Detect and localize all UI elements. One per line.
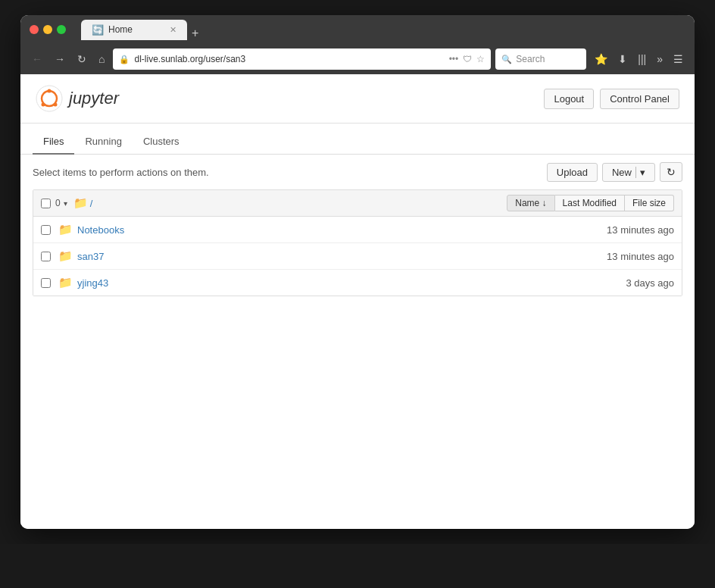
sort-name-button[interactable]: Name ↓ bbox=[507, 195, 554, 211]
folder-icon: 📁 bbox=[73, 196, 88, 210]
forward-button[interactable]: → bbox=[51, 50, 69, 68]
svg-point-1 bbox=[48, 89, 52, 93]
count-dropdown-arrow[interactable]: ▾ bbox=[64, 199, 67, 208]
title-bar: 🔄 Home ✕ + bbox=[20, 15, 695, 44]
search-icon: 🔍 bbox=[501, 55, 512, 64]
logout-button[interactable]: Logout bbox=[544, 89, 594, 109]
tab-files[interactable]: Files bbox=[33, 130, 74, 155]
tab-close-button[interactable]: ✕ bbox=[170, 25, 176, 35]
table-row: 📁 yjing43 3 days ago bbox=[33, 270, 682, 296]
file-name-notebooks[interactable]: Notebooks bbox=[77, 224, 560, 236]
search-bar[interactable]: 🔍 Search bbox=[495, 48, 586, 70]
folder-icon-notebooks: 📁 bbox=[58, 223, 73, 236]
reload-button[interactable]: ↻ bbox=[73, 50, 90, 68]
select-all-checkbox[interactable] bbox=[41, 199, 51, 208]
row-checkbox-san37[interactable] bbox=[41, 252, 51, 261]
menu-icon[interactable]: ☰ bbox=[670, 51, 687, 67]
upload-button[interactable]: Upload bbox=[547, 163, 598, 182]
library-icon[interactable]: ||| bbox=[634, 51, 650, 67]
svg-point-3 bbox=[54, 103, 58, 107]
control-panel-button[interactable]: Control Panel bbox=[600, 89, 679, 109]
back-button[interactable]: ← bbox=[28, 50, 46, 68]
folder-icon-san37: 📁 bbox=[58, 249, 73, 263]
tab-clusters[interactable]: Clusters bbox=[133, 130, 190, 155]
list-header: 0 ▾ 📁 / Name ↓ Last Modified File size bbox=[33, 190, 682, 217]
bookmark-icon[interactable]: ☆ bbox=[476, 54, 485, 64]
sort-file-size-button[interactable]: File size bbox=[625, 195, 674, 211]
table-row: 📁 san37 13 minutes ago bbox=[33, 243, 682, 270]
breadcrumb[interactable]: 📁 / bbox=[73, 196, 93, 210]
minimize-button[interactable] bbox=[43, 25, 52, 34]
refresh-button[interactable]: ↻ bbox=[660, 162, 682, 182]
new-dropdown-arrow[interactable]: ▾ bbox=[635, 167, 645, 178]
tab-running[interactable]: Running bbox=[74, 130, 132, 155]
app-name: jupyter bbox=[69, 89, 119, 108]
file-modified-notebooks: 13 minutes ago bbox=[560, 224, 674, 236]
more-tools-icon[interactable]: » bbox=[653, 51, 667, 67]
address-text: dl-live.sunlab.org/user/san3 bbox=[134, 54, 444, 64]
file-tabs: Files Running Clusters bbox=[20, 124, 695, 155]
security-icon: 🔒 bbox=[119, 55, 130, 64]
row-checkbox-notebooks[interactable] bbox=[41, 225, 51, 235]
jupyter-logo: jupyter bbox=[36, 85, 119, 112]
toolbar-actions: Upload New ▾ ↻ bbox=[547, 162, 682, 182]
tab-favicon: 🔄 bbox=[92, 24, 104, 36]
browser-window: 🔄 Home ✕ + ← → ↻ ⌂ 🔒 dl-live.sunlab.org/… bbox=[20, 15, 695, 529]
row-checkbox-yjing43[interactable] bbox=[41, 278, 51, 288]
file-toolbar: Select items to perform actions on them.… bbox=[20, 155, 695, 189]
nav-bar: ← → ↻ ⌂ 🔒 dl-live.sunlab.org/user/san3 •… bbox=[20, 44, 695, 74]
new-tab-button[interactable]: + bbox=[192, 27, 198, 40]
shield-icon[interactable]: 🛡 bbox=[463, 54, 472, 64]
folder-icon-yjing43: 📁 bbox=[58, 276, 73, 289]
jupyter-logo-svg bbox=[36, 85, 63, 112]
active-tab[interactable]: 🔄 Home ✕ bbox=[81, 20, 187, 40]
close-button[interactable] bbox=[30, 25, 39, 34]
jupyter-header: jupyter Logout Control Panel bbox=[20, 74, 695, 124]
file-modified-san37: 13 minutes ago bbox=[560, 251, 674, 262]
maximize-button[interactable] bbox=[57, 25, 66, 34]
nav-icon-group: ⭐ ⬇ ||| » ☰ bbox=[591, 51, 687, 67]
new-button-group: New ▾ bbox=[602, 163, 655, 182]
tab-title: Home bbox=[108, 24, 133, 35]
selected-count: 0 bbox=[55, 198, 61, 208]
page-content: jupyter Logout Control Panel Files Runni… bbox=[20, 74, 695, 529]
browser-tabs: 🔄 Home ✕ + bbox=[81, 20, 685, 40]
toolbar-info: Select items to perform actions on them. bbox=[33, 167, 209, 178]
table-row: 📁 Notebooks 13 minutes ago bbox=[33, 217, 682, 243]
svg-point-2 bbox=[42, 103, 45, 107]
new-button[interactable]: New ▾ bbox=[602, 163, 655, 182]
downloads-icon[interactable]: ⬇ bbox=[614, 51, 631, 67]
address-more-icon[interactable]: ••• bbox=[449, 54, 459, 64]
home-button[interactable]: ⌂ bbox=[95, 50, 108, 68]
address-bar[interactable]: 🔒 dl-live.sunlab.org/user/san3 ••• 🛡 ☆ bbox=[113, 48, 491, 70]
extensions-icon[interactable]: ⭐ bbox=[591, 51, 611, 67]
file-name-san37[interactable]: san37 bbox=[77, 251, 560, 262]
header-buttons: Logout Control Panel bbox=[544, 89, 679, 109]
breadcrumb-slash: / bbox=[90, 198, 93, 209]
file-modified-yjing43: 3 days ago bbox=[560, 277, 674, 289]
file-name-yjing43[interactable]: yjing43 bbox=[77, 277, 560, 289]
search-placeholder: Search bbox=[516, 54, 545, 64]
sort-area: Name ↓ Last Modified File size bbox=[507, 195, 674, 211]
sort-last-modified-button[interactable]: Last Modified bbox=[555, 195, 625, 211]
traffic-lights bbox=[30, 25, 66, 34]
file-list: 0 ▾ 📁 / Name ↓ Last Modified File size bbox=[33, 189, 682, 296]
